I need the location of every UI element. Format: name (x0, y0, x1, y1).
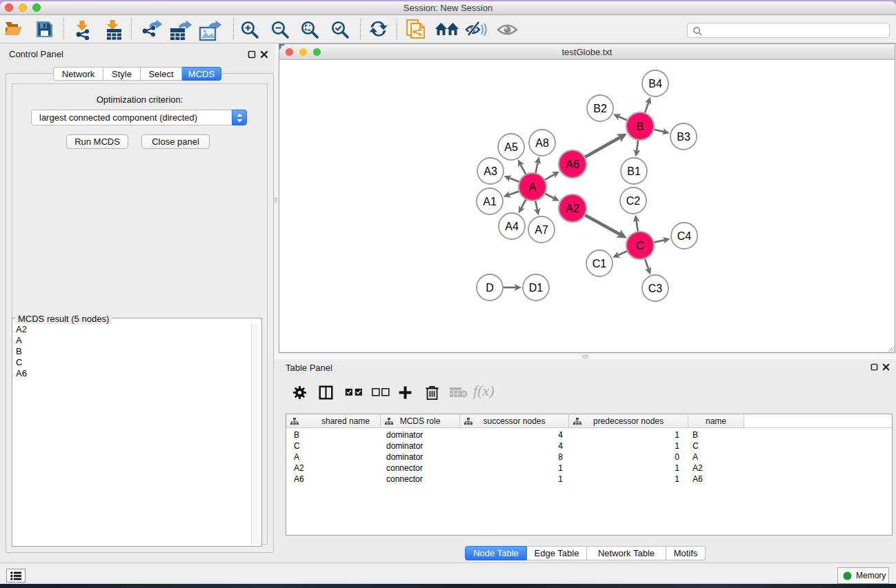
svg-text:A2: A2 (566, 203, 579, 214)
svg-text:C: C (636, 240, 644, 252)
svg-text:A8: A8 (535, 137, 549, 149)
svg-text:B1: B1 (627, 165, 641, 177)
svg-text:D1: D1 (529, 282, 544, 294)
svg-text:C3: C3 (648, 283, 663, 294)
svg-text:C2: C2 (626, 195, 641, 207)
svg-text:B: B (637, 121, 644, 132)
svg-text:D: D (486, 282, 494, 294)
svg-text:B3: B3 (677, 131, 690, 143)
svg-text:A3: A3 (484, 165, 497, 177)
svg-text:C1: C1 (593, 258, 607, 270)
svg-text:A7: A7 (535, 224, 548, 236)
svg-text:C4: C4 (677, 230, 692, 242)
svg-text:B2: B2 (593, 103, 607, 114)
svg-text:A5: A5 (504, 141, 518, 153)
svg-text:B4: B4 (648, 78, 662, 90)
svg-text:A4: A4 (505, 221, 519, 232)
svg-text:A1: A1 (483, 196, 497, 207)
svg-text:A: A (529, 181, 537, 193)
svg-text:A6: A6 (566, 159, 579, 170)
